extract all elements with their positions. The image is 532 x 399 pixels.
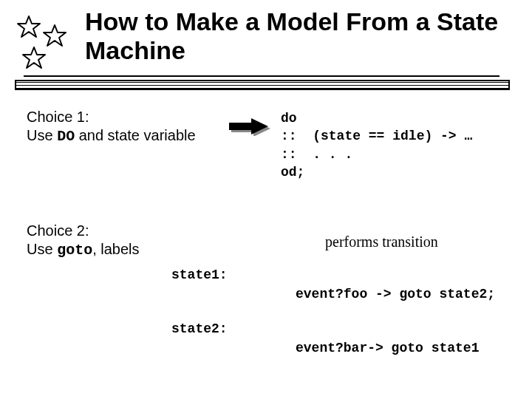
page-title: How to Make a Model From a State Machine: [85, 7, 514, 65]
choice-1-heading: Choice 1:: [27, 108, 196, 126]
performs-transition-text: performs transition: [325, 233, 438, 250]
event1-line: event?foo -> goto state2;: [296, 287, 495, 301]
title-underline-accent: [24, 75, 499, 77]
slide: How to Make a Model From a State Machine…: [0, 0, 532, 399]
code1-l3: :: . . .: [281, 147, 352, 162]
choice-2-mono: goto: [57, 242, 92, 259]
choice-2-post: , labels: [92, 241, 139, 257]
arrow-icon: [228, 117, 270, 136]
choice-1-mono: DO: [57, 128, 75, 145]
code1-l1: do: [281, 111, 297, 126]
choice-1-post: and state variable: [75, 127, 195, 143]
choice-2-pre: Use: [27, 241, 57, 257]
state-labels: state1: state2:: [171, 266, 228, 338]
code1-l4: od;: [281, 165, 304, 180]
event2-line: event?bar-> goto state1: [296, 341, 479, 355]
choice-1-text: Choice 1: Use DO and state variable: [27, 108, 196, 146]
stars-decoration: [13, 15, 77, 78]
choice-2-heading: Choice 2:: [27, 222, 140, 240]
choice-1-line: Use DO and state variable: [27, 126, 196, 146]
choice-2-line: Use goto, labels: [27, 240, 140, 259]
choice-1-code: do :: (state == idle) -> … :: . . . od;: [281, 109, 472, 181]
svg-rect-2: [229, 123, 251, 130]
state1-label: state1:: [171, 267, 228, 282]
state2-label: state2:: [171, 321, 228, 336]
choice-1-pre: Use: [27, 127, 57, 143]
event-lines: event?foo -> goto state2; event?bar-> go…: [296, 285, 495, 357]
title-underline-bar: [15, 80, 510, 90]
choice-2-text: Choice 2: Use goto, labels: [27, 222, 140, 259]
code1-l2: :: (state == idle) -> …: [281, 129, 472, 143]
